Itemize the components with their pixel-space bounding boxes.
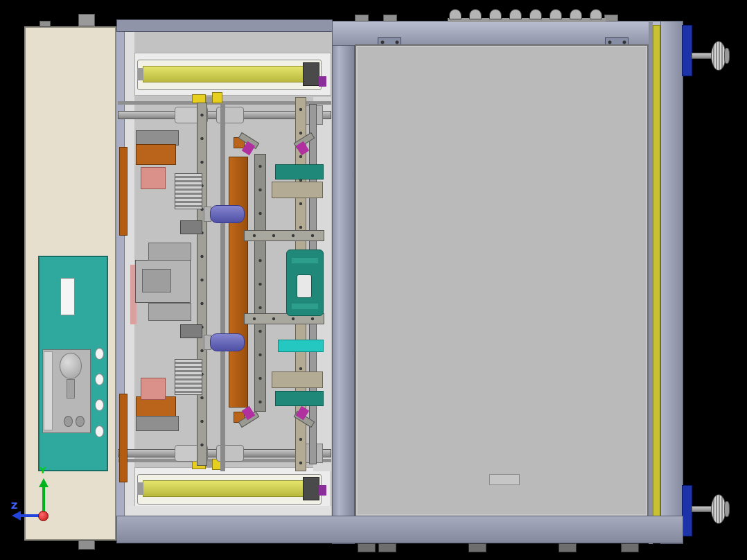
y-axis-label: Y: [39, 465, 46, 475]
x-axis-origin-dot[interactable]: [38, 511, 49, 521]
subpanel-button: [76, 416, 85, 427]
mechanism-top-frame: [116, 19, 333, 32]
khaki-plate: [272, 182, 323, 198]
pink-bearing-block: [141, 378, 166, 400]
ribbed-cylinder: [175, 173, 202, 209]
gearbox-inner: [142, 269, 171, 292]
khaki-plate: [272, 371, 323, 388]
door-plate-label: [489, 474, 520, 485]
cable-clip: [509, 9, 522, 19]
hmi-slot: [60, 278, 75, 315]
mount-block: [136, 416, 179, 431]
cable-clip: [489, 9, 502, 19]
valve-fitting: [212, 92, 222, 103]
panel-top-tab: [39, 21, 51, 27]
copper-strip: [119, 394, 128, 482]
center-frame-column: [332, 21, 355, 544]
subpanel-slider: [44, 351, 53, 430]
blue-corner-block-top: [682, 25, 692, 76]
leveling-foot-cap: [724, 501, 730, 517]
vertical-rail-left: [197, 103, 207, 466]
foot-pad: [378, 543, 396, 552]
vertical-rail-mid: [254, 154, 266, 412]
light-curtain-top-nub: [137, 68, 143, 80]
yellow-edge-strip: [653, 25, 660, 534]
gearbox-cap: [148, 243, 191, 261]
teal-fixture-slot: [297, 274, 312, 298]
vertical-rod-thin: [220, 104, 225, 471]
frame-top-tab: [355, 15, 369, 21]
foot-pad: [468, 543, 486, 552]
pink-bearing-block: [141, 167, 166, 189]
cable-clip: [449, 9, 462, 19]
cable-clip: [570, 9, 582, 19]
light-curtain-top-bar: [143, 66, 304, 82]
clamp-block: [180, 220, 202, 234]
cable-clip: [529, 9, 542, 19]
copper-column: [229, 157, 248, 408]
purple-actuator: [210, 333, 245, 351]
mount-block: [136, 130, 179, 146]
bottom-white-strip: [126, 506, 331, 516]
light-curtain-bottom-nub: [137, 482, 143, 495]
light-curtain-bottom-connector: [319, 485, 326, 496]
panel-top-bracket: [78, 14, 95, 26]
door-plate: [355, 44, 649, 517]
purple-actuator: [210, 205, 245, 223]
subpanel-knob: [60, 353, 82, 379]
light-curtain-top-endcap: [303, 62, 319, 86]
leveling-foot-shaft: [692, 53, 712, 59]
cad-viewport[interactable]: Y Z: [0, 0, 747, 560]
leveling-foot-shaft: [692, 506, 712, 512]
indicator-light: [95, 374, 104, 385]
panel-bottom-tab: [78, 540, 95, 550]
cable-clip: [469, 9, 482, 19]
subpanel-button: [64, 416, 73, 427]
subpanel-stem: [67, 379, 75, 399]
teal-bracket-top: [275, 164, 324, 180]
blue-corner-block-bottom: [682, 485, 692, 536]
teal-fixture-rib: [292, 258, 318, 263]
valve-nut: [206, 96, 212, 102]
frame-top-tab: [604, 15, 618, 21]
light-curtain-bottom-endcap: [303, 477, 319, 500]
z-axis-label: Z: [11, 500, 17, 511]
light-curtain-bottom-bar: [143, 480, 304, 497]
light-curtain-top-connector: [319, 76, 326, 87]
z-axis-arrow-icon[interactable]: [12, 511, 21, 520]
indicator-light: [95, 426, 104, 437]
teal-fixture-rib: [292, 304, 318, 309]
cyan-bar: [278, 340, 324, 352]
copper-strip: [119, 147, 128, 236]
foot-pad: [358, 543, 376, 552]
bottom-frame-rail: [116, 516, 683, 543]
cable-clip: [590, 9, 602, 19]
clamp-block: [180, 324, 202, 338]
frame-top-tab: [383, 15, 397, 21]
indicator-light: [95, 399, 104, 411]
right-frame-rail: [660, 21, 683, 544]
teal-bracket-bottom: [275, 391, 324, 406]
cable-clip: [550, 9, 562, 19]
leveling-foot-cap: [724, 48, 730, 64]
crossbar: [244, 230, 324, 241]
ribbed-cylinder: [175, 359, 202, 395]
copper-block: [136, 144, 176, 165]
gearbox-cap: [148, 303, 191, 321]
y-axis-arrow-icon[interactable]: [39, 478, 49, 487]
foot-pad: [559, 543, 577, 552]
indicator-light: [95, 348, 104, 360]
foot-pad: [621, 543, 639, 552]
